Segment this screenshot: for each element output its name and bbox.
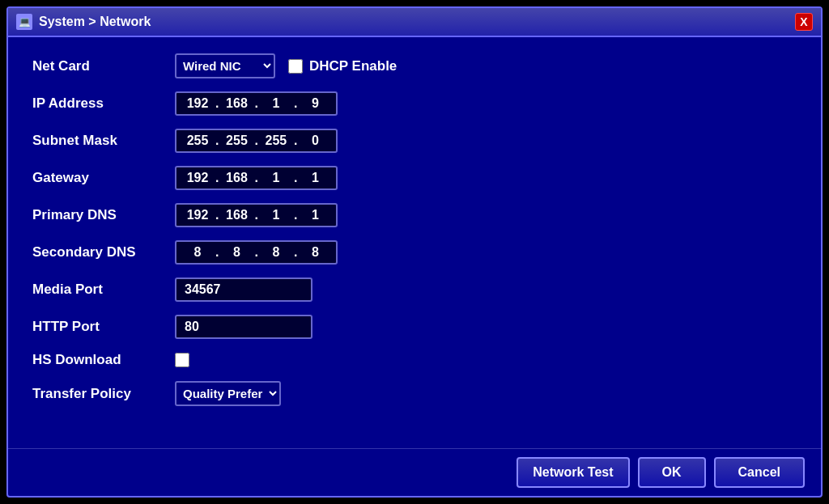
gateway-label: Gateway <box>32 170 162 186</box>
hs-download-row: HS Download <box>32 352 797 368</box>
http-port-label: HTTP Port <box>32 319 162 335</box>
sdns-d[interactable] <box>300 245 329 260</box>
ip-a[interactable] <box>183 96 212 111</box>
secondary-dns-label: Secondary DNS <box>32 244 162 260</box>
gateway-d[interactable] <box>300 171 329 185</box>
primary-dns-row: Primary DNS . . . <box>32 203 797 227</box>
dhcp-label-text: DHCP Enable <box>309 58 397 74</box>
gateway-b[interactable] <box>222 171 251 185</box>
transfer-policy-label: Transfer Policy <box>32 386 162 402</box>
gateway-row: Gateway . . . <box>32 166 797 190</box>
ip-sep-2: . <box>254 96 257 111</box>
subnet-c[interactable] <box>261 133 291 148</box>
transfer-policy-row: Transfer Policy Quality Prefer Speed Pre… <box>32 381 797 406</box>
main-window: 💻 System > Network X Net Card Wired NIC … <box>6 6 823 498</box>
ip-address-label: IP Address <box>32 95 162 112</box>
secondary-dns-field: . . . <box>175 240 338 265</box>
cancel-button[interactable]: Cancel <box>714 457 805 488</box>
footer: Network Test OK Cancel <box>8 448 821 496</box>
ip-b[interactable] <box>222 96 251 111</box>
subnet-mask-row: Subnet Mask . . . <box>32 129 797 153</box>
media-port-label: Media Port <box>32 282 162 298</box>
pdns-c[interactable] <box>261 208 291 222</box>
media-port-row: Media Port <box>32 277 797 302</box>
subnet-d[interactable] <box>300 133 329 148</box>
dhcp-label[interactable]: DHCP Enable <box>288 58 397 74</box>
net-card-row: Net Card Wired NIC Wireless NIC DHCP Ena… <box>32 53 797 78</box>
http-port-input[interactable] <box>175 315 312 339</box>
ip-d[interactable] <box>300 96 329 111</box>
ip-sep-3: . <box>294 96 297 111</box>
subnet-mask-label: Subnet Mask <box>32 133 162 149</box>
subnet-b[interactable] <box>222 133 251 148</box>
primary-dns-field: . . . <box>175 203 338 227</box>
dhcp-checkbox[interactable] <box>288 59 303 74</box>
hs-download-checkbox[interactable] <box>175 353 189 367</box>
gateway-field: . . . <box>175 166 338 190</box>
net-card-label: Net Card <box>32 58 162 74</box>
ok-button[interactable]: OK <box>638 457 706 488</box>
pdns-b[interactable] <box>222 208 251 222</box>
form-content: Net Card Wired NIC Wireless NIC DHCP Ena… <box>8 37 821 448</box>
gateway-c[interactable] <box>261 171 291 185</box>
pdns-a[interactable] <box>183 208 212 222</box>
ip-address-field: . . . <box>175 91 338 116</box>
sdns-c[interactable] <box>261 245 291 260</box>
ip-c[interactable] <box>261 96 291 111</box>
system-icon: 💻 <box>16 14 32 30</box>
title-bar: 💻 System > Network X <box>8 8 821 37</box>
http-port-row: HTTP Port <box>32 315 797 339</box>
window-title: System > Network <box>39 15 151 29</box>
subnet-mask-field: . . . <box>175 129 338 153</box>
net-card-select[interactable]: Wired NIC Wireless NIC <box>175 53 275 78</box>
sdns-a[interactable] <box>183 245 212 260</box>
pdns-d[interactable] <box>300 208 329 222</box>
subnet-a[interactable] <box>183 133 212 148</box>
hs-download-label: HS Download <box>32 352 162 368</box>
primary-dns-label: Primary DNS <box>32 207 162 223</box>
transfer-policy-select[interactable]: Quality Prefer Speed Prefer Adaptive <box>175 381 281 406</box>
ip-sep-1: . <box>215 96 219 111</box>
ip-address-row: IP Address . . . <box>32 91 797 116</box>
close-button[interactable]: X <box>795 13 813 31</box>
gateway-a[interactable] <box>183 171 212 185</box>
sdns-b[interactable] <box>222 245 251 260</box>
secondary-dns-row: Secondary DNS . . . <box>32 240 797 265</box>
network-test-button[interactable]: Network Test <box>517 457 629 488</box>
media-port-input[interactable] <box>175 277 312 302</box>
